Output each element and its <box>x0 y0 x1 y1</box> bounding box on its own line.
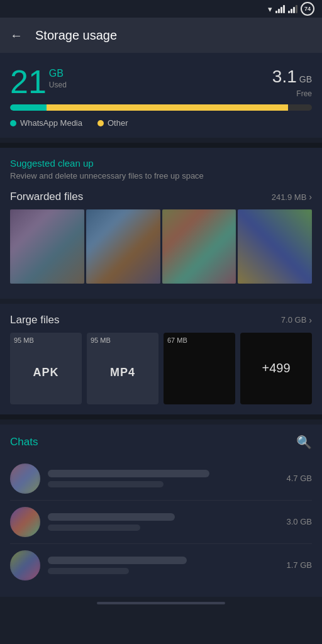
chat-name-3 <box>48 557 187 564</box>
suggested-desc: Review and delete unnecessary files to f… <box>10 171 312 180</box>
chat-avatar-1 <box>10 464 40 494</box>
dark-size: 67 MB <box>167 336 187 344</box>
yellow-dot <box>97 120 104 126</box>
header: ← Storage usage <box>0 18 322 53</box>
signal-icon <box>275 4 285 13</box>
chats-title: Chats <box>10 436 38 448</box>
chat-size-1: 4.7 GB <box>287 474 312 483</box>
forwarded-chevron: › <box>309 192 312 202</box>
chat-sub-3 <box>48 568 129 574</box>
storage-legend: WhatsApp Media Other <box>10 118 312 128</box>
chat-size-2: 3.0 GB <box>287 517 312 526</box>
free-label: Free <box>296 89 312 98</box>
used-unit-block: GB Used <box>49 65 67 89</box>
status-bar: ▾ 74 <box>0 0 322 18</box>
mp4-size: 95 MB <box>91 336 111 344</box>
file-count-label: +499 <box>262 361 290 375</box>
mp4-type: MP4 <box>110 366 135 379</box>
battery-icon: 74 <box>301 2 314 16</box>
large-files-chevron: › <box>309 315 312 325</box>
image-thumb-1[interactable] <box>10 209 84 284</box>
large-files-grid: 95 MB APK 95 MB MP4 67 MB +499 <box>10 333 312 404</box>
chat-info-3 <box>48 557 279 574</box>
chat-avatar-3 <box>10 550 40 580</box>
used-progress <box>10 104 47 111</box>
legend-other-label: Other <box>108 118 128 128</box>
free-number: 3.1 <box>272 67 297 87</box>
chat-sub-2 <box>48 525 140 531</box>
file-count[interactable]: +499 <box>240 333 312 404</box>
forwarded-files-grid[interactable] <box>10 209 312 284</box>
large-files-header[interactable]: Large files 7.0 GB › <box>10 314 312 326</box>
legend-other: Other <box>97 118 128 128</box>
back-button[interactable]: ← <box>10 28 23 43</box>
chats-section: Chats 🔍 4.7 GB 3.0 GB 1.7 GB <box>0 425 322 597</box>
used-number: 21 <box>10 65 47 98</box>
file-mp4[interactable]: 95 MB MP4 <box>87 333 158 404</box>
used-label: Used <box>49 80 67 89</box>
chat-sub-1 <box>48 481 164 487</box>
suggested-title: Suggested clean up <box>10 158 312 169</box>
storage-free: 3.1 GB Free <box>272 67 312 98</box>
chat-item-3[interactable]: 1.7 GB <box>10 544 312 587</box>
storage-numbers: 21 GB Used 3.1 GB Free <box>10 65 312 98</box>
storage-section: 21 GB Used 3.1 GB Free WhatsApp Media Ot… <box>0 53 322 138</box>
legend-whatsapp-label: WhatsApp Media <box>20 118 82 128</box>
chat-name-2 <box>48 513 175 521</box>
image-thumb-2[interactable] <box>86 209 160 284</box>
divider-2 <box>0 414 322 419</box>
suggested-section: Suggested clean up Review and delete unn… <box>0 148 322 299</box>
free-unit: GB <box>299 74 312 84</box>
file-apk[interactable]: 95 MB APK <box>10 333 82 404</box>
image-thumb-4[interactable] <box>238 209 312 284</box>
teal-dot <box>10 120 16 126</box>
image-thumb-3[interactable] <box>162 209 236 284</box>
other-progress <box>47 104 288 111</box>
forwarded-files-size: 241.9 MB › <box>272 192 312 202</box>
chat-info-2 <box>48 513 279 531</box>
large-files-size: 7.0 GB › <box>281 315 312 325</box>
chats-header: Chats 🔍 <box>10 435 312 450</box>
forwarded-files-title: Forwarded files <box>10 191 83 203</box>
scroll-indicator <box>97 602 226 604</box>
large-files-section: Large files 7.0 GB › 95 MB APK 95 MB MP4… <box>0 304 322 414</box>
chat-avatar-2 <box>10 507 40 537</box>
large-files-title: Large files <box>10 314 59 326</box>
chat-item-1[interactable]: 4.7 GB <box>10 457 312 501</box>
storage-progress-bar <box>10 104 312 111</box>
forwarded-files-header[interactable]: Forwarded files 241.9 MB › <box>10 191 312 203</box>
apk-size: 95 MB <box>14 336 34 344</box>
wifi-icon: ▾ <box>268 4 272 14</box>
storage-used: 21 GB Used <box>10 65 67 98</box>
legend-whatsapp: WhatsApp Media <box>10 118 82 128</box>
page-title: Storage usage <box>35 28 117 43</box>
search-icon[interactable]: 🔍 <box>296 435 312 450</box>
status-icons: ▾ 74 <box>268 2 314 16</box>
chat-info-1 <box>48 470 279 487</box>
chat-name-1 <box>48 470 209 477</box>
apk-type: APK <box>33 366 58 379</box>
divider-1 <box>0 143 322 148</box>
used-unit: GB <box>49 68 67 79</box>
file-dark[interactable]: 67 MB <box>164 333 235 404</box>
signal-icon-2 <box>288 4 297 13</box>
chat-size-3: 1.7 GB <box>287 560 312 570</box>
chat-item-2[interactable]: 3.0 GB <box>10 501 312 544</box>
